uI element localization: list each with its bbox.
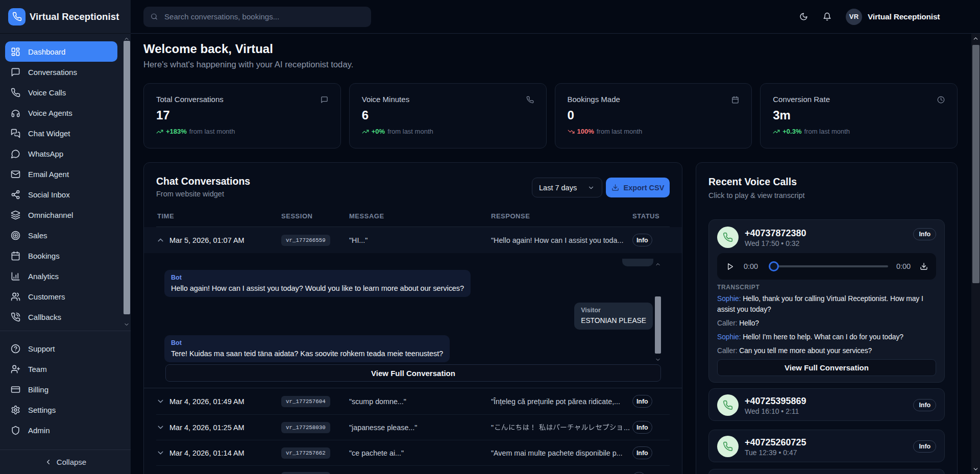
row-message: "HI..."	[349, 236, 491, 244]
view-full-conversation-button[interactable]: View Full Conversation	[717, 359, 936, 376]
date-range-select[interactable]: Last 7 days	[532, 178, 602, 197]
panels-row: Chat Conversations From website widget L…	[143, 162, 958, 474]
calendar-icon	[11, 251, 20, 261]
sidebar-collapse-button[interactable]: Collapse	[0, 450, 131, 474]
call-identity: +40725395869 Wed 16:10 • 2:11	[745, 395, 806, 415]
stat-value: 6	[362, 108, 534, 122]
chat-table-row-expanded[interactable]: Mar 5, 2026, 01:07 AM vr_177266559 "HI..…	[144, 227, 682, 253]
sidebar-item-analytics[interactable]: Analytics	[5, 266, 117, 286]
phone-icon	[723, 232, 733, 242]
sidebar-item-callbacks[interactable]: Callbacks	[5, 307, 117, 327]
avatar[interactable]: VR	[846, 9, 862, 25]
sidebar-item-voice-agents[interactable]: Voice Agents	[5, 103, 117, 123]
conversation-scroll-area[interactable]: Bot Hello again! How can I assist you to…	[164, 259, 663, 364]
sidebar-item-chat-widget[interactable]: Chat Widget	[5, 123, 117, 143]
export-csv-button[interactable]: Export CSV	[606, 178, 670, 197]
sidebar-scrollbar[interactable]	[123, 34, 130, 331]
sidebar-item-label: Voice Agents	[28, 109, 72, 117]
chat-table-row[interactable]: Mar 4, 2026, 01:49 AM vr_177257604 "scum…	[156, 388, 670, 415]
chat-table-row-partial[interactable]	[156, 466, 670, 474]
chevron-down-icon[interactable]	[156, 397, 165, 406]
info-badge	[632, 472, 646, 474]
sidebar: Virtual Receptionist Dashboard Conversat…	[0, 0, 131, 474]
play-icon[interactable]	[726, 263, 734, 270]
conversation-scrollbar[interactable]	[654, 261, 662, 363]
mail-icon	[11, 169, 20, 179]
stat-value: 3m	[773, 108, 945, 122]
stat-card-header: Voice Minutes	[362, 95, 534, 104]
sidebar-item-admin[interactable]: Admin	[5, 420, 117, 440]
gear-icon	[11, 405, 20, 415]
sidebar-item-label: Omnichannel	[28, 211, 73, 219]
chevron-left-icon	[44, 458, 52, 466]
session-badge: vr_177257604	[281, 396, 330, 407]
sidebar-item-team[interactable]: Team	[5, 359, 117, 379]
sidebar-scrollbar-thumb[interactable]	[124, 41, 130, 314]
cell-status: Info	[632, 446, 671, 459]
stat-trend-value: +0%	[372, 128, 385, 135]
collapse-label: Collapse	[57, 458, 86, 466]
voice-call-card-partial[interactable]	[708, 469, 945, 474]
sidebar-item-settings[interactable]: Settings	[5, 400, 117, 420]
info-badge[interactable]: Info	[632, 395, 652, 408]
info-badge[interactable]: Info	[913, 399, 936, 411]
transcript-label: TRANSCRIPT	[717, 284, 936, 291]
cell-status: Info	[632, 395, 671, 408]
player-knob[interactable]	[769, 261, 779, 271]
scroll-up-arrow-icon[interactable]	[972, 35, 979, 42]
transcript-text: Hello! I'm here to help. What can I do f…	[743, 333, 903, 341]
chevron-up-icon[interactable]	[156, 236, 165, 244]
sidebar-item-dashboard[interactable]: Dashboard	[5, 41, 117, 62]
info-badge[interactable]: Info	[632, 446, 652, 459]
info-badge[interactable]: Info	[913, 440, 936, 453]
trending-up-icon	[362, 128, 369, 135]
scroll-down-arrow-icon[interactable]	[655, 357, 661, 363]
calendar-icon	[731, 96, 739, 104]
session-badge: vr_177257662	[281, 447, 330, 459]
conversation-scrollbar-thumb[interactable]	[655, 296, 661, 354]
sidebar-item-label: Admin	[28, 426, 50, 435]
notifications-button[interactable]	[823, 12, 831, 21]
sidebar-item-customers[interactable]: Customers	[5, 286, 117, 307]
sidebar-item-billing[interactable]: Billing	[5, 379, 117, 400]
chevron-down-icon[interactable]	[156, 423, 165, 432]
voice-call-card[interactable]: +40725260725 Tue 12:39 • 0:47 Info	[708, 430, 945, 462]
layout-dashboard-icon	[11, 47, 20, 57]
chevron-down-icon[interactable]	[156, 448, 165, 457]
search-input[interactable]	[164, 12, 364, 21]
sidebar-item-social-inbox[interactable]: Social Inbox	[5, 184, 117, 205]
chat-table-row[interactable]: Mar 4, 2026, 01:25 AM vr_177258030 "japa…	[156, 415, 670, 440]
search-box[interactable]	[143, 7, 371, 27]
sidebar-item-sales[interactable]: Sales	[5, 225, 117, 245]
scroll-up-arrow-icon[interactable]	[655, 261, 661, 267]
help-circle-icon	[11, 344, 20, 354]
scroll-down-arrow-icon[interactable]	[972, 466, 979, 472]
scroll-down-arrow-icon[interactable]	[124, 321, 130, 328]
sidebar-item-voice-calls[interactable]: Voice Calls	[5, 82, 117, 103]
dark-mode-toggle[interactable]	[799, 12, 808, 21]
stat-trend-text: from last month	[189, 128, 235, 135]
sidebar-item-bookings[interactable]: Bookings	[5, 245, 117, 266]
download-icon[interactable]	[920, 262, 928, 270]
sidebar-item-whatsapp[interactable]: WhatsApp	[5, 143, 117, 164]
player-seek-slider[interactable]	[769, 261, 888, 271]
sidebar-item-support[interactable]: Support	[5, 338, 117, 359]
sidebar-item-email-agent[interactable]: Email Agent	[5, 164, 117, 184]
phone-icon	[723, 441, 733, 452]
voice-call-card-expanded[interactable]: +40737872380 Wed 17:50 • 0:32 Info 0:00 …	[708, 219, 945, 383]
page-subtitle: Here's what's happening with your AI rec…	[143, 60, 958, 70]
info-badge[interactable]: Info	[632, 421, 652, 434]
stat-label: Total Conversations	[156, 95, 224, 104]
chat-table-row[interactable]: Mar 4, 2026, 01:14 AM vr_177257662 "ce p…	[156, 440, 670, 466]
voice-call-card[interactable]: +40725395869 Wed 16:10 • 2:11 Info	[708, 388, 945, 421]
message-circle-icon	[11, 149, 20, 159]
info-badge[interactable]: Info	[632, 234, 652, 246]
page-scrollbar-thumb[interactable]	[972, 45, 979, 283]
phone-icon	[526, 96, 534, 104]
page-scrollbar[interactable]	[971, 34, 980, 474]
sidebar-item-omnichannel[interactable]: Omnichannel	[5, 205, 117, 225]
view-full-conversation-button[interactable]: View Full Conversation	[165, 364, 661, 382]
sidebar-item-conversations[interactable]: Conversations	[5, 62, 117, 82]
call-meta: Tue 12:39 • 0:47	[745, 448, 806, 457]
info-badge[interactable]: Info	[913, 228, 936, 240]
